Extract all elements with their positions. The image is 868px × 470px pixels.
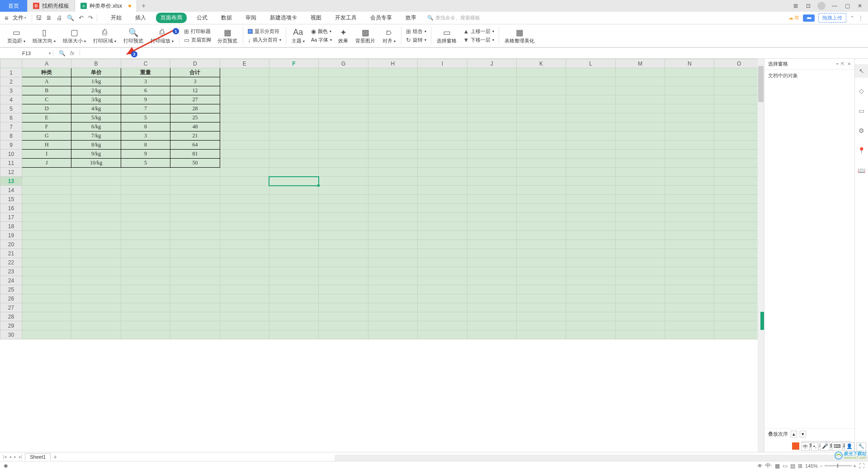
cell-A25[interactable] bbox=[22, 285, 71, 294]
close-pane-icon[interactable]: ✕ bbox=[847, 61, 851, 66]
cell-N24[interactable] bbox=[665, 276, 714, 285]
cell-E29[interactable] bbox=[220, 321, 269, 330]
cell-F15[interactable] bbox=[269, 195, 318, 204]
cell-J11[interactable] bbox=[467, 159, 516, 168]
cell-M26[interactable] bbox=[615, 294, 665, 303]
cell-F16[interactable] bbox=[269, 204, 318, 213]
cell-M2[interactable] bbox=[615, 77, 665, 86]
cell-M12[interactable] bbox=[615, 168, 665, 177]
cell-H22[interactable] bbox=[368, 258, 417, 267]
cell-J29[interactable] bbox=[467, 321, 516, 330]
cell-G4[interactable] bbox=[319, 95, 368, 104]
cell-C10[interactable]: 9 bbox=[121, 150, 170, 159]
cell-L9[interactable] bbox=[566, 141, 615, 150]
cell-K9[interactable] bbox=[516, 141, 566, 150]
cell-F26[interactable] bbox=[269, 294, 318, 303]
cell-I22[interactable] bbox=[418, 258, 467, 267]
col-header-H[interactable]: H bbox=[368, 59, 417, 68]
cell-O19[interactable] bbox=[714, 231, 764, 240]
cell-M3[interactable] bbox=[615, 86, 665, 95]
spreadsheet-grid[interactable]: ABCDEFGHIJKLMNO1种类单价重量合计2A1/kg333B2/kg61… bbox=[0, 59, 764, 339]
cell-L5[interactable] bbox=[566, 104, 615, 113]
cell-H25[interactable] bbox=[368, 285, 417, 294]
cell-O9[interactable] bbox=[714, 141, 764, 150]
cell-I18[interactable] bbox=[418, 222, 467, 231]
cell-F14[interactable] bbox=[269, 186, 318, 195]
cell-C23[interactable] bbox=[121, 267, 170, 276]
view-custom-icon[interactable]: ⊞ bbox=[798, 463, 802, 469]
cell-J14[interactable] bbox=[467, 186, 516, 195]
select-tool-icon[interactable]: ↖ bbox=[855, 64, 868, 78]
cell-L22[interactable] bbox=[566, 258, 615, 267]
cell-E27[interactable] bbox=[220, 303, 269, 312]
cell-H17[interactable] bbox=[368, 213, 417, 222]
cell-M8[interactable] bbox=[615, 132, 665, 141]
cell-B27[interactable] bbox=[71, 303, 121, 312]
cell-K28[interactable] bbox=[516, 312, 566, 321]
settings-icon[interactable]: ⚙ bbox=[859, 124, 864, 137]
cell-A2[interactable]: A bbox=[22, 77, 71, 86]
cell-A28[interactable] bbox=[22, 312, 71, 321]
cell-O20[interactable] bbox=[714, 240, 764, 249]
row-header-7[interactable]: 7 bbox=[0, 122, 22, 132]
cell-E24[interactable] bbox=[220, 276, 269, 285]
undo-icon[interactable]: ↶ bbox=[79, 14, 84, 21]
cell-D14[interactable] bbox=[170, 186, 220, 195]
cell-N6[interactable] bbox=[665, 113, 714, 122]
col-header-M[interactable]: M bbox=[615, 59, 665, 68]
row-header-13[interactable]: 13 bbox=[0, 177, 22, 186]
cell-M18[interactable] bbox=[615, 222, 665, 231]
col-header-N[interactable]: N bbox=[665, 59, 714, 68]
row-header-17[interactable]: 17 bbox=[0, 213, 22, 222]
cell-B11[interactable]: 10/kg bbox=[71, 159, 121, 168]
cell-B9[interactable]: 8/kg bbox=[71, 141, 121, 150]
cell-M21[interactable] bbox=[615, 249, 665, 258]
cell-E12[interactable] bbox=[220, 168, 269, 177]
cell-H9[interactable] bbox=[368, 141, 417, 150]
cell-M10[interactable] bbox=[615, 150, 665, 159]
cell-I12[interactable] bbox=[418, 168, 467, 177]
cell-C18[interactable] bbox=[121, 222, 170, 231]
ribbon-纸张方向[interactable]: ▯纸张方向 ▾ bbox=[29, 25, 59, 47]
eye-icon[interactable]: 👁 bbox=[757, 463, 763, 469]
cell-E4[interactable] bbox=[220, 95, 269, 104]
layout-tool-icon[interactable]: ▭ bbox=[859, 104, 864, 118]
cell-L18[interactable] bbox=[566, 222, 615, 231]
ribbon-表格整理美化[interactable]: ▦表格整理美化 bbox=[501, 25, 538, 47]
cell-E7[interactable] bbox=[220, 122, 269, 132]
cell-O16[interactable] bbox=[714, 204, 764, 213]
book-icon[interactable]: 📖 bbox=[858, 164, 865, 177]
cell-F17[interactable] bbox=[269, 213, 318, 222]
ime-keyboard-icon[interactable]: ⌨ bbox=[832, 442, 843, 451]
cell-K20[interactable] bbox=[516, 240, 566, 249]
cell-N22[interactable] bbox=[665, 258, 714, 267]
shape-tool-icon[interactable]: ◇ bbox=[859, 84, 864, 98]
cell-I29[interactable] bbox=[418, 321, 467, 330]
col-header-B[interactable]: B bbox=[71, 59, 121, 68]
cell-F19[interactable] bbox=[269, 231, 318, 240]
file-tab[interactable]: S 种类单价.xlsx bbox=[75, 0, 137, 12]
cell-E18[interactable] bbox=[220, 222, 269, 231]
cell-D10[interactable]: 81 bbox=[170, 150, 220, 159]
cell-F23[interactable] bbox=[269, 267, 318, 276]
cell-G18[interactable] bbox=[319, 222, 368, 231]
cell-L30[interactable] bbox=[566, 330, 615, 339]
cell-L1[interactable] bbox=[566, 68, 615, 77]
ribbon-效果[interactable]: ✦效果 bbox=[335, 25, 352, 47]
cell-B6[interactable]: 5/kg bbox=[71, 113, 121, 122]
cell-J24[interactable] bbox=[467, 276, 516, 285]
cell-H3[interactable] bbox=[368, 86, 417, 95]
cell-C17[interactable] bbox=[121, 213, 170, 222]
cell-N21[interactable] bbox=[665, 249, 714, 258]
row-header-10[interactable]: 10 bbox=[0, 150, 22, 159]
cell-I15[interactable] bbox=[418, 195, 467, 204]
cell-C12[interactable] bbox=[121, 168, 170, 177]
cell-M20[interactable] bbox=[615, 240, 665, 249]
cell-F28[interactable] bbox=[269, 312, 318, 321]
cell-G16[interactable] bbox=[319, 204, 368, 213]
row-header-8[interactable]: 8 bbox=[0, 132, 22, 141]
cell-L16[interactable] bbox=[566, 204, 615, 213]
cell-L29[interactable] bbox=[566, 321, 615, 330]
cell-B5[interactable]: 4/kg bbox=[71, 104, 121, 113]
cell-C22[interactable] bbox=[121, 258, 170, 267]
